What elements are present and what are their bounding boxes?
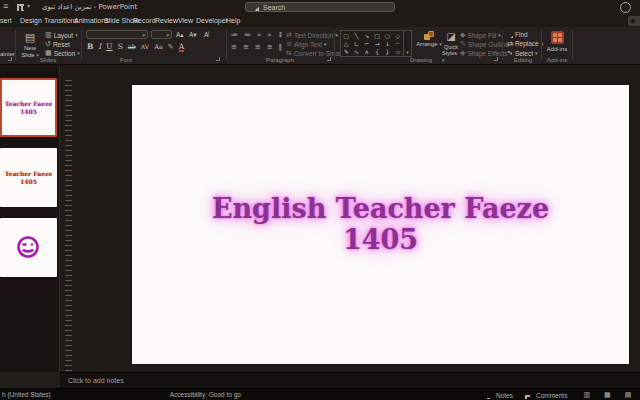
- shape-angle-icon[interactable]: ∟: [351, 39, 361, 47]
- increase-indent-icon[interactable]: »: [267, 31, 271, 39]
- notes-placeholder: Click to add notes: [68, 377, 124, 384]
- shape-triangle-icon[interactable]: △: [341, 39, 351, 47]
- notes-pane[interactable]: Click to add notes: [60, 372, 640, 388]
- avatar[interactable]: [620, 2, 631, 13]
- save-icon[interactable]: [15, 2, 24, 11]
- slide-canvas[interactable]: English Teacher Faeze 1405: [132, 85, 629, 364]
- layout-button[interactable]: ▥ Layout▾: [45, 31, 79, 39]
- shape-outline-button[interactable]: ✎ Shape Outline▾: [460, 40, 500, 48]
- shape-corner-icon[interactable]: ⌐: [362, 39, 372, 47]
- shape-brace-right-icon[interactable]: }: [382, 48, 392, 56]
- convert-smartart-button[interactable]: ⇆ Convert to SmartArt: [286, 49, 332, 57]
- tab-insert-partial[interactable]: sert: [0, 17, 12, 24]
- shape-arrow-line-icon[interactable]: ↘: [362, 31, 372, 39]
- select-button[interactable]: ↖ Select▾: [507, 49, 539, 57]
- comments-toggle[interactable]: Comments: [536, 392, 567, 399]
- addins-button[interactable]: Add-ins: [545, 31, 569, 54]
- tab-developer[interactable]: Developer: [196, 17, 228, 24]
- bold-button[interactable]: B: [87, 42, 93, 51]
- slide-thumbnail-1[interactable]: Teacher Faeze 1405: [0, 78, 57, 137]
- decrease-indent-icon[interactable]: «: [257, 31, 261, 39]
- tab-transitions[interactable]: Transitions: [44, 17, 78, 24]
- shapes-gallery-more-button[interactable]: ▾: [403, 31, 411, 56]
- tab-design[interactable]: Design: [20, 17, 42, 24]
- change-case-button[interactable]: Aa: [154, 43, 163, 51]
- tab-record[interactable]: Record: [133, 17, 156, 24]
- bullets-icon[interactable]: ≔: [231, 31, 238, 39]
- arrange-button[interactable]: Arrange ▾: [416, 31, 442, 49]
- font-size-combo[interactable]: ▾: [151, 30, 172, 39]
- shape-effects-button[interactable]: ◈ Shape Effects▾: [460, 49, 500, 57]
- align-center-icon[interactable]: ≡: [243, 43, 249, 51]
- text-shadow-button[interactable]: S: [118, 42, 123, 51]
- select-icon: ↖: [507, 49, 513, 57]
- shape-freeform-icon[interactable]: ✎: [341, 48, 351, 56]
- new-slide-button[interactable]: ▤ New Slide ▾: [17, 31, 43, 60]
- shapes-gallery[interactable]: ▢ ╲ ↘ □ ○ ◇ △ ∟ ⌐ → ↓ ⌣ ✎ ∿ ∧ { } ☆ ▾: [340, 30, 412, 57]
- character-spacing-button[interactable]: AV: [141, 43, 149, 50]
- grow-font-button[interactable]: A▴: [176, 31, 184, 39]
- shape-effects-icon: ◈: [460, 49, 465, 57]
- font-name-combo[interactable]: ▾: [86, 30, 148, 39]
- align-text-button[interactable]: ≡ Align Text▾: [286, 40, 332, 48]
- record-button[interactable]: [628, 16, 640, 26]
- reset-button[interactable]: ↺ Reset: [45, 40, 79, 48]
- slide-thumbnail-2[interactable]: Teacher Faeze 1405: [0, 148, 57, 207]
- clear-formatting-button[interactable]: A̸: [204, 31, 208, 38]
- strikethrough-button[interactable]: ab: [128, 43, 136, 51]
- font-dialog-launcher-icon[interactable]: [216, 57, 220, 61]
- slides-group-label: Slides: [17, 57, 79, 63]
- slide-title-line2: 1405: [212, 225, 549, 255]
- tab-view[interactable]: View: [178, 17, 193, 24]
- align-justify-icon[interactable]: ≡: [267, 43, 273, 51]
- paragraph-dialog-launcher-icon[interactable]: [327, 57, 331, 61]
- numbering-icon[interactable]: ≕: [244, 31, 251, 39]
- shape-curve-icon[interactable]: ∿: [351, 48, 361, 56]
- language-status[interactable]: h (United States): [2, 391, 51, 398]
- italic-button[interactable]: I: [98, 42, 101, 51]
- slide-title-text[interactable]: English Teacher Faeze 1405: [212, 194, 549, 254]
- font-color-button[interactable]: A: [179, 42, 184, 51]
- tab-review[interactable]: Review: [155, 17, 178, 24]
- app-menu-icon[interactable]: ≡: [3, 1, 8, 11]
- clipboard-dialog-launcher-icon[interactable]: [8, 57, 12, 61]
- shape-fill-icon: ◆: [460, 31, 465, 39]
- replace-icon: ⇄: [507, 40, 513, 48]
- quick-access-caret-icon[interactable]: ▾: [27, 2, 30, 9]
- shape-outline-icon: ✎: [460, 40, 466, 48]
- highlight-pen-icon[interactable]: ✎: [168, 43, 174, 51]
- shape-ellipse-icon[interactable]: ○: [382, 31, 392, 39]
- shape-select-icon[interactable]: ▢: [341, 31, 351, 39]
- shape-arrow-down-icon[interactable]: ↓: [382, 39, 392, 47]
- reading-view-button[interactable]: ▤: [625, 391, 632, 399]
- shape-arc-icon[interactable]: ⌣: [393, 39, 403, 47]
- search-box[interactable]: Search: [245, 2, 395, 12]
- slide-sorter-view-button[interactable]: ▦: [604, 391, 611, 399]
- shape-fill-button[interactable]: ◆ Shape Fill▾: [460, 31, 500, 39]
- shrink-font-button[interactable]: A▾: [189, 31, 197, 39]
- shape-chevron-icon[interactable]: ∧: [362, 48, 372, 56]
- shape-line-icon[interactable]: ╲: [351, 31, 361, 39]
- normal-view-button[interactable]: ▥: [583, 391, 590, 399]
- section-button[interactable]: ▦ Section▾: [45, 49, 79, 57]
- accessibility-status[interactable]: Accessibility: Good to go: [170, 391, 241, 398]
- shape-arrow-right-icon[interactable]: →: [372, 39, 382, 47]
- slide-thumbnail-3[interactable]: [0, 218, 57, 277]
- columns-icon[interactable]: ‖: [279, 43, 283, 51]
- replace-button[interactable]: ⇄ Replace▾: [507, 40, 539, 48]
- align-right-icon[interactable]: ≡: [255, 43, 261, 51]
- tab-help[interactable]: Help: [226, 17, 240, 24]
- shape-diamond-icon[interactable]: ◇: [393, 31, 403, 39]
- vertical-ruler[interactable]: [62, 80, 72, 372]
- notes-toggle[interactable]: Notes: [496, 392, 513, 399]
- text-direction-button[interactable]: ⇄ Text Direction▾: [286, 31, 332, 39]
- align-left-icon[interactable]: ≡: [231, 43, 237, 51]
- shape-rectangle-icon[interactable]: □: [372, 31, 382, 39]
- drawing-dialog-launcher-icon[interactable]: [494, 57, 498, 61]
- shape-brace-left-icon[interactable]: {: [372, 48, 382, 56]
- underline-button[interactable]: U: [106, 42, 112, 51]
- find-button[interactable]: Find: [507, 31, 539, 38]
- new-slide-icon: ▤: [25, 31, 35, 45]
- line-spacing-icon[interactable]: ↕: [278, 31, 284, 39]
- shape-star-icon[interactable]: ☆: [393, 48, 403, 56]
